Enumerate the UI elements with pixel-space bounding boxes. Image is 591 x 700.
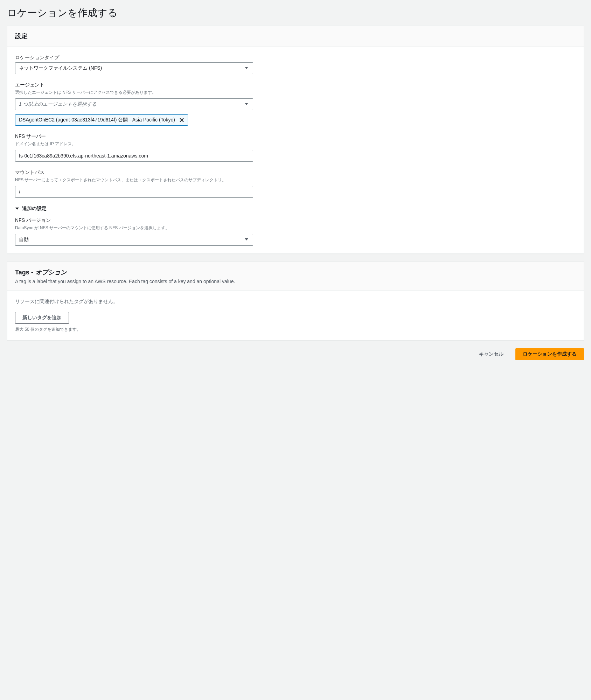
mount-path-description: NFS サーバーによってエクスポートされたマウントパス、またはエクスポートされた… (15, 177, 576, 183)
mount-path-label: マウントパス (15, 169, 576, 176)
tags-panel-desc: A tag is a label that you assign to an A… (15, 279, 576, 284)
nfs-server-input[interactable] (15, 150, 253, 162)
svg-marker-0 (245, 67, 248, 69)
nfs-version-value: 自動 (19, 237, 29, 243)
tags-title-text: Tags - (15, 269, 33, 276)
settings-panel: 設定 ロケーションタイプ ネットワークファイルシステム (NFS) エージェント… (7, 25, 584, 254)
agent-select[interactable]: 1 つ以上のエージェントを選択する (15, 98, 253, 110)
add-tag-button[interactable]: 新しいタグを追加 (15, 312, 69, 324)
additional-settings-label: 追加の設定 (22, 205, 47, 212)
location-type-value: ネットワークファイルシステム (NFS) (19, 65, 102, 71)
mount-path-field: マウントパス NFS サーバーによってエクスポートされたマウントパス、またはエク… (15, 169, 576, 198)
nfs-version-label: NFS バージョン (15, 217, 576, 224)
agent-selected-token: DSAgentOnEC2 (agent-03ae313f4719d614f) 公… (15, 114, 188, 126)
tags-panel-body: リソースに関連付けられたタグがありません。 新しいタグを追加 最大 50 個のタ… (7, 291, 584, 340)
additional-settings-expander: 追加の設定 (15, 205, 576, 212)
svg-marker-1 (245, 103, 248, 105)
create-location-button[interactable]: ロケーションを作成する (515, 348, 584, 360)
svg-marker-4 (15, 208, 19, 210)
tags-optional-text: オプション (35, 268, 67, 276)
settings-panel-title: 設定 (15, 32, 576, 40)
location-type-select[interactable]: ネットワークファイルシステム (NFS) (15, 62, 253, 74)
triangle-down-icon (15, 206, 19, 211)
tags-panel-header: Tags - オプション A tag is a label that you a… (7, 262, 584, 291)
agent-description: 選択したエージェントは NFS サーバーにアクセスできる必要があります。 (15, 90, 576, 96)
nfs-version-select[interactable]: 自動 (15, 234, 253, 246)
nfs-version-field: NFS バージョン DataSync が NFS サーバーのマウントに使用する … (15, 217, 576, 246)
cancel-button[interactable]: キャンセル (472, 348, 510, 360)
nfs-version-description: DataSync が NFS サーバーのマウントに使用する NFS バージョンを… (15, 225, 576, 231)
additional-settings-toggle[interactable]: 追加の設定 (15, 205, 576, 212)
nfs-server-description: ドメイン名または IP アドレス。 (15, 141, 576, 147)
footer-actions: キャンセル ロケーションを作成する (7, 348, 584, 360)
no-tags-message: リソースに関連付けられたタグがありません。 (15, 299, 576, 305)
nfs-server-field: NFS サーバー ドメイン名または IP アドレス。 (15, 133, 576, 162)
mount-path-input[interactable] (15, 186, 253, 198)
tags-panel-title: Tags - オプション (15, 268, 576, 276)
caret-down-icon (244, 237, 249, 243)
settings-panel-body: ロケーションタイプ ネットワークファイルシステム (NFS) エージェント 選択… (7, 47, 584, 253)
caret-down-icon (244, 101, 249, 107)
agent-placeholder: 1 つ以上のエージェントを選択する (19, 101, 97, 107)
agent-token-row: DSAgentOnEC2 (agent-03ae313f4719d614f) 公… (15, 114, 253, 126)
agent-token-remove-button[interactable] (179, 118, 184, 122)
agent-token-label: DSAgentOnEC2 (agent-03ae313f4719d614f) 公… (19, 117, 175, 123)
page-title: ロケーションを作成する (7, 0, 584, 25)
settings-panel-header: 設定 (7, 26, 584, 47)
location-type-field: ロケーションタイプ ネットワークファイルシステム (NFS) (15, 55, 576, 74)
caret-down-icon (244, 65, 249, 71)
svg-marker-5 (245, 238, 248, 240)
agent-field: エージェント 選択したエージェントは NFS サーバーにアクセスできる必要があり… (15, 82, 576, 126)
agent-label: エージェント (15, 82, 576, 88)
location-type-label: ロケーションタイプ (15, 55, 576, 61)
nfs-server-label: NFS サーバー (15, 133, 576, 140)
tags-panel: Tags - オプション A tag is a label that you a… (7, 261, 584, 341)
tags-limit-hint: 最大 50 個のタグを追加できます。 (15, 327, 576, 332)
